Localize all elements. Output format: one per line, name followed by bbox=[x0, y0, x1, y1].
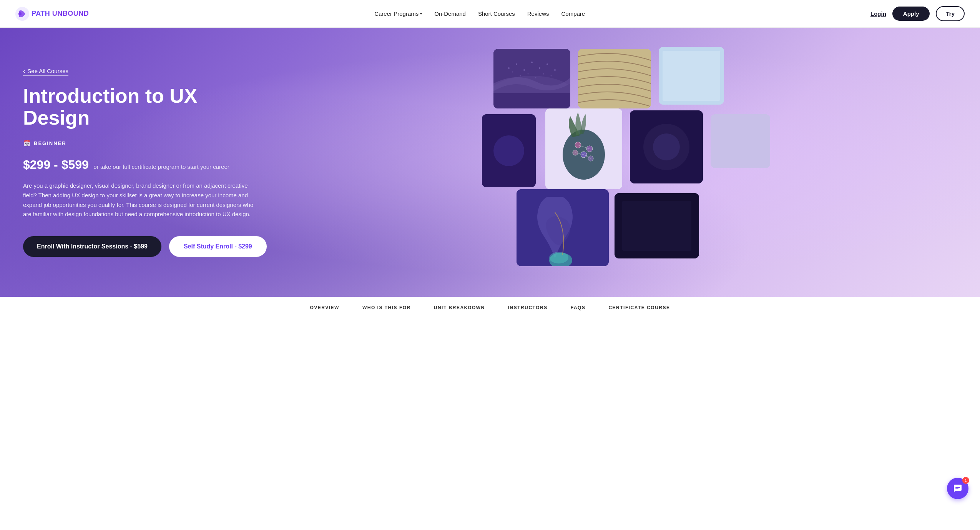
try-button[interactable]: Try bbox=[936, 6, 965, 21]
svg-point-7 bbox=[531, 62, 533, 63]
svg-point-12 bbox=[520, 75, 521, 77]
svg-point-1 bbox=[18, 12, 22, 15]
nav-on-demand[interactable]: On-Demand bbox=[434, 10, 466, 17]
course-title: Introduction to UX Design bbox=[23, 85, 238, 129]
nav-unit-breakdown[interactable]: UNIT BREAKDOWN bbox=[434, 305, 485, 310]
svg-point-10 bbox=[554, 69, 556, 71]
logo-text: PATH UNBOUND bbox=[32, 10, 89, 18]
apply-button[interactable]: Apply bbox=[892, 7, 930, 21]
svg-point-5 bbox=[516, 63, 517, 65]
svg-point-9 bbox=[546, 63, 548, 65]
course-level: 📅 BEGINNER bbox=[23, 140, 267, 147]
nav-who-is-this-for[interactable]: WHO IS THIS FOR bbox=[362, 305, 411, 310]
svg-point-13 bbox=[528, 73, 529, 75]
chevron-down-icon: ▾ bbox=[420, 12, 422, 16]
nav-compare[interactable]: Compare bbox=[561, 10, 585, 17]
art-card-2 bbox=[578, 49, 651, 108]
nav-actions: Login Apply Try bbox=[870, 6, 965, 21]
svg-point-8 bbox=[539, 67, 540, 69]
art-card-9 bbox=[615, 193, 699, 258]
art-card-1 bbox=[493, 49, 570, 108]
hero-section: ‹ See All Courses Introduction to UX Des… bbox=[0, 28, 980, 297]
svg-point-39 bbox=[549, 252, 568, 263]
nav-short-courses[interactable]: Short Courses bbox=[478, 10, 515, 17]
svg-point-11 bbox=[512, 72, 513, 73]
svg-point-16 bbox=[551, 75, 552, 77]
svg-point-15 bbox=[543, 73, 544, 75]
self-study-button[interactable]: Self Study Enroll - $299 bbox=[169, 236, 267, 257]
art-card-figure bbox=[517, 189, 609, 266]
section-nav: OVERVIEW WHO IS THIS FOR UNIT BREAKDOWN … bbox=[0, 297, 980, 318]
nav-overview[interactable]: OVERVIEW bbox=[310, 305, 339, 310]
art-card-7 bbox=[711, 114, 770, 168]
logo-icon bbox=[15, 7, 29, 21]
svg-rect-41 bbox=[622, 201, 691, 251]
hero-illustration bbox=[470, 28, 980, 297]
nav-instructors[interactable]: INSTRUCTORS bbox=[508, 305, 548, 310]
svg-point-21 bbox=[493, 135, 524, 166]
svg-rect-36 bbox=[711, 114, 770, 168]
svg-point-14 bbox=[535, 77, 537, 78]
level-badge: BEGINNER bbox=[34, 140, 66, 146]
svg-point-6 bbox=[523, 69, 525, 71]
hero-content: ‹ See All Courses Introduction to UX Des… bbox=[0, 45, 290, 280]
course-description: Are you a graphic designer, visual desig… bbox=[23, 181, 261, 219]
art-card-3 bbox=[659, 47, 724, 105]
logo[interactable]: PATH UNBOUND bbox=[15, 7, 89, 21]
course-price: $299 - $599 or take our full certificate… bbox=[23, 158, 267, 172]
see-all-courses-link[interactable]: ‹ See All Courses bbox=[23, 68, 68, 76]
enroll-button[interactable]: Enroll With Instructor Sessions - $599 bbox=[23, 236, 161, 257]
svg-point-4 bbox=[508, 67, 510, 69]
nav-certificate-course[interactable]: CERTIFICATE COURSE bbox=[608, 305, 670, 310]
art-card-4 bbox=[482, 114, 536, 187]
nav-faqs[interactable]: FAQS bbox=[571, 305, 586, 310]
nav-career-programs[interactable]: Career Programs ▾ bbox=[374, 10, 422, 17]
nav-links: Career Programs ▾ On-Demand Short Course… bbox=[374, 10, 585, 17]
art-card-6 bbox=[630, 110, 703, 183]
nav-reviews[interactable]: Reviews bbox=[527, 10, 549, 17]
login-button[interactable]: Login bbox=[870, 10, 886, 17]
svg-point-35 bbox=[653, 133, 680, 160]
art-card-face bbox=[545, 108, 622, 189]
hero-actions: Enroll With Instructor Sessions - $599 S… bbox=[23, 236, 267, 257]
arrow-left-icon: ‹ bbox=[23, 68, 25, 75]
svg-rect-19 bbox=[663, 51, 720, 101]
price-suffix: or take our full certificate program to … bbox=[93, 163, 229, 170]
price-range: $299 - $599 bbox=[23, 158, 89, 172]
main-nav: PATH UNBOUND Career Programs ▾ On-Demand… bbox=[0, 0, 980, 28]
calendar-icon: 📅 bbox=[23, 140, 31, 147]
